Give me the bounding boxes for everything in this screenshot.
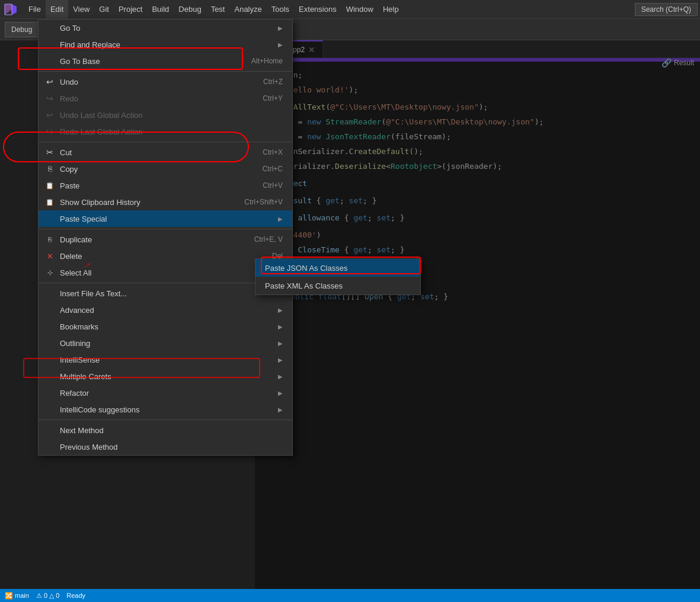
- menu-file[interactable]: File: [24, 0, 46, 18]
- paste-xml-item[interactable]: Paste XML As Classes: [255, 277, 420, 294]
- bookmarks-label: Bookmarks: [60, 322, 269, 331]
- paste-special-icon: [44, 213, 55, 224]
- copy-icon: ⎘: [44, 164, 55, 174]
- menu-refactor[interactable]: Refactor ▶: [39, 385, 292, 401]
- menu-prev-method[interactable]: Previous Method: [39, 438, 292, 455]
- menu-goto[interactable]: Go To ▶: [39, 20, 292, 36]
- menu-undo-global[interactable]: ↩ Undo Last Global Action: [39, 107, 292, 123]
- menu-intellisense[interactable]: IntelliSense ▶: [39, 351, 292, 368]
- menu-edit[interactable]: Edit: [46, 0, 68, 18]
- goto-base-label: Go To Base: [60, 57, 247, 66]
- advanced-label: Advanced: [60, 306, 269, 315]
- advanced-icon: [44, 305, 55, 315]
- paste-special-submenu: Paste JSON As Classes Paste XML As Class…: [255, 258, 421, 295]
- menu-bar: File Edit View Git Project Build Debug T…: [0, 0, 700, 19]
- menu-analyze[interactable]: Analyze: [229, 0, 266, 18]
- svg-marker-1: [12, 4, 17, 15]
- intellisense-icon: [44, 354, 55, 365]
- paste-json-label: Paste JSON As Classes: [265, 264, 347, 273]
- outlining-icon: [44, 338, 55, 348]
- clipboard-icon: 📋: [44, 197, 55, 207]
- goto-label: Go To: [60, 24, 269, 33]
- sep-4: [39, 283, 292, 283]
- status-errors: ⚠ 0 △ 0: [36, 592, 59, 600]
- refactor-icon: [44, 388, 55, 398]
- menu-help[interactable]: Help: [378, 0, 404, 18]
- menu-outlining[interactable]: Outlining ▶: [39, 335, 292, 351]
- paste-label: Paste: [60, 181, 258, 190]
- menu-cut[interactable]: ✂ Cut Ctrl+X: [39, 144, 292, 161]
- redo-label: Redo: [60, 94, 258, 103]
- delete-icon: ✕: [44, 251, 55, 261]
- menu-undo[interactable]: ↩ Undo Ctrl+Z: [39, 73, 292, 90]
- paste-special-arrow-icon: ▶: [278, 216, 283, 222]
- prev-method-icon: [44, 441, 55, 452]
- menu-insert-file[interactable]: Insert File As Text...: [39, 285, 292, 302]
- menu-clipboard-history[interactable]: 📋 Show Clipboard History Ctrl+Shift+V: [39, 194, 292, 210]
- undo-shortcut: Ctrl+Z: [263, 78, 283, 86]
- cut-shortcut: Ctrl+X: [263, 148, 283, 156]
- menu-multiple-carets[interactable]: Multiple Carets ▶: [39, 368, 292, 385]
- menu-find-replace[interactable]: Find and Replace ▶: [39, 36, 292, 53]
- paste-icon: 📋: [44, 180, 55, 191]
- find-replace-label: Find and Replace: [60, 40, 269, 49]
- goto-arrow-icon: ▶: [278, 25, 283, 31]
- paste-json-item[interactable]: Paste JSON As Classes: [255, 259, 420, 277]
- menu-delete[interactable]: ✕ Delete Del: [39, 248, 292, 264]
- goto-base-icon: [44, 56, 55, 66]
- undo-global-label: Undo Last Global Action: [60, 111, 283, 120]
- sep-1: [39, 71, 292, 72]
- cut-icon: ✂: [44, 147, 55, 158]
- menu-build[interactable]: Build: [147, 0, 174, 18]
- menu-goto-base[interactable]: Go To Base Alt+Home: [39, 53, 292, 69]
- status-bar: 🔀 main ⚠ 0 △ 0 Ready: [0, 589, 700, 602]
- duplicate-shortcut: Ctrl+E, V: [254, 235, 283, 244]
- next-method-icon: [44, 425, 55, 436]
- menu-tools[interactable]: Tools: [267, 0, 294, 18]
- undo-global-icon: ↩: [44, 110, 55, 120]
- duplicate-label: Duplicate: [60, 235, 250, 244]
- menu-redo[interactable]: ↪ Redo Ctrl+Y: [39, 90, 292, 107]
- menu-duplicate[interactable]: ⎘ Duplicate Ctrl+E, V: [39, 231, 292, 248]
- menu-test[interactable]: Test: [206, 0, 230, 18]
- app-logo: [2, 1, 19, 18]
- edit-dropdown-menu: Go To ▶ Find and Replace ▶ Go To Base Al…: [38, 19, 293, 456]
- sep-2: [39, 142, 292, 142]
- multiple-carets-arrow-icon: ▶: [278, 373, 283, 380]
- menu-debug[interactable]: Debug: [174, 0, 206, 18]
- outlining-label: Outlining: [60, 339, 269, 348]
- menu-select-all[interactable]: ⊹ Select All Ctrl+A: [39, 264, 292, 281]
- cut-label: Cut: [60, 148, 258, 157]
- select-all-label: Select All: [60, 268, 258, 277]
- redo-icon: ↪: [44, 93, 55, 104]
- undo-icon: ↩: [44, 76, 55, 87]
- intellicode-label: IntelliCode suggestions: [60, 405, 269, 414]
- menu-next-method[interactable]: Next Method: [39, 422, 292, 438]
- menu-paste-special[interactable]: Paste Special ▶: [39, 210, 292, 227]
- menu-project[interactable]: Project: [114, 0, 147, 18]
- select-all-icon: ⊹: [44, 267, 55, 278]
- menu-bookmarks[interactable]: Bookmarks ▶: [39, 318, 292, 335]
- menu-window[interactable]: Window: [341, 0, 378, 18]
- duplicate-icon: ⎘: [44, 234, 55, 245]
- find-replace-arrow-icon: ▶: [278, 41, 283, 48]
- menu-paste[interactable]: 📋 Paste Ctrl+V: [39, 177, 292, 194]
- undo-label: Undo: [60, 78, 258, 87]
- outlining-arrow-icon: ▶: [278, 340, 283, 347]
- intellisense-label: IntelliSense: [60, 356, 269, 364]
- menu-git[interactable]: Git: [94, 0, 114, 18]
- next-method-label: Next Method: [60, 426, 283, 435]
- multiple-carets-icon: [44, 371, 55, 382]
- menu-redo-global[interactable]: ↪ Redo Last Global Action: [39, 123, 292, 140]
- clipboard-shortcut: Ctrl+Shift+V: [244, 198, 283, 206]
- menu-copy[interactable]: ⎘ Copy Ctrl+C: [39, 161, 292, 177]
- redo-global-label: Redo Last Global Action: [60, 127, 283, 136]
- global-search[interactable]: Search (Ctrl+Q): [635, 3, 698, 16]
- menu-view[interactable]: View: [68, 0, 94, 18]
- insert-file-icon: [44, 288, 55, 299]
- insert-file-label: Insert File As Text...: [60, 289, 283, 298]
- menu-advanced[interactable]: Advanced ▶: [39, 302, 292, 318]
- bookmarks-arrow-icon: ▶: [278, 324, 283, 330]
- menu-intellicode[interactable]: IntelliCode suggestions ▶: [39, 401, 292, 418]
- menu-extensions[interactable]: Extensions: [294, 0, 341, 18]
